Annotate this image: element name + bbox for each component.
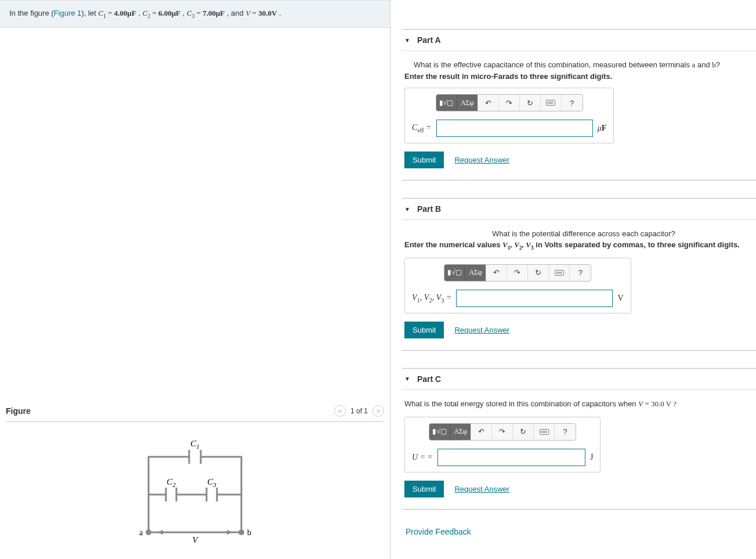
reset-button[interactable]: ↻ <box>513 423 534 441</box>
left-pane: In the figure (Figure 1), let C1 = 4.00μ… <box>0 0 390 559</box>
svg-point-10 <box>238 529 244 535</box>
part-b: ▼ Part B What is the potential differenc… <box>402 198 756 351</box>
part-a: ▼ Part A What is the effective capacitan… <box>402 29 756 181</box>
part-c-header[interactable]: ▼ Part C <box>402 369 756 390</box>
provide-feedback-link[interactable]: Provide Feedback <box>402 527 756 536</box>
redo-button[interactable]: ↷ <box>492 423 513 441</box>
part-a-label: Ceff = <box>412 123 432 134</box>
svg-marker-7 <box>157 530 163 535</box>
svg-point-9 <box>146 529 151 535</box>
circuit-diagram: C1 C2 C3 a b V <box>6 422 384 559</box>
figure-pager-text: 1 of 1 <box>350 407 368 415</box>
answer-toolbar: ▮√▢ ΑΣφ ↶ ↷ ↻ ? <box>436 94 583 111</box>
greek-tool-button[interactable]: ΑΣφ <box>457 94 478 111</box>
keyboard-button[interactable] <box>534 423 555 441</box>
right-pane: ▼ Part A What is the effective capacitan… <box>390 0 756 559</box>
svg-text:b: b <box>247 528 251 537</box>
part-a-answer-box: ▮√▢ ΑΣφ ↶ ↷ ↻ ? Ceff = μF <box>404 88 614 143</box>
part-c: ▼ Part C What is the total energy stored… <box>402 368 756 510</box>
part-a-submit-button[interactable]: Submit <box>404 152 444 168</box>
problem-prefix: In the figure ( <box>9 9 54 17</box>
part-c-title: Part C <box>417 374 441 384</box>
svg-text:a: a <box>139 528 143 537</box>
part-a-header[interactable]: ▼ Part A <box>402 30 756 51</box>
problem-statement: In the figure (Figure 1), let C1 = 4.00μ… <box>0 0 390 28</box>
redo-button[interactable]: ↷ <box>507 264 528 282</box>
greek-tool-button[interactable]: ΑΣφ <box>465 264 486 282</box>
part-c-question: What is the total energy stored in this … <box>404 399 754 409</box>
svg-text:V: V <box>192 535 198 544</box>
part-a-unit: μF <box>598 124 607 133</box>
keyboard-icon <box>555 270 564 276</box>
part-c-input[interactable] <box>437 449 585 466</box>
help-button[interactable]: ? <box>555 423 576 441</box>
answer-toolbar: ▮√▢ ΑΣφ ↶ ↷ ↻ ? <box>444 264 591 282</box>
part-c-answer-box: ▮√▢ ΑΣφ ↶ ↷ ↻ ? U = = J <box>404 417 601 473</box>
part-a-request-answer-link[interactable]: Request Answer <box>454 156 509 164</box>
template-tool-button[interactable]: ▮√▢ <box>436 94 457 111</box>
caret-down-icon: ▼ <box>404 376 410 382</box>
part-b-title: Part B <box>417 204 441 214</box>
part-b-label: V1, V2, V3 = <box>412 293 451 304</box>
undo-button[interactable]: ↶ <box>478 94 499 111</box>
part-b-input[interactable] <box>456 290 613 307</box>
undo-button[interactable]: ↶ <box>486 264 507 282</box>
svg-marker-8 <box>227 530 233 535</box>
part-a-instruction: Enter the result in micro-Farads to thre… <box>404 72 754 81</box>
part-c-submit-button[interactable]: Submit <box>404 481 444 497</box>
part-b-question: What is the potential difference across … <box>404 229 754 238</box>
keyboard-button[interactable] <box>541 94 562 111</box>
part-c-unit: J <box>590 453 593 462</box>
keyboard-icon <box>540 429 549 435</box>
part-a-title: Part A <box>417 35 441 45</box>
figure-title: Figure <box>6 406 31 416</box>
template-tool-button[interactable]: ▮√▢ <box>444 264 465 282</box>
part-a-question: What is the effective capacitance of thi… <box>404 60 754 70</box>
part-c-request-answer-link[interactable]: Request Answer <box>454 485 509 493</box>
part-b-answer-box: ▮√▢ ΑΣφ ↶ ↷ ↻ ? V1, V2, V3 = V <box>404 258 631 313</box>
part-b-instruction: Enter the numerical values V1, V2, V3 in… <box>404 240 754 251</box>
answer-toolbar: ▮√▢ ΑΣφ ↶ ↷ ↻ ? <box>429 423 576 441</box>
redo-button[interactable]: ↷ <box>499 94 520 111</box>
template-tool-button[interactable]: ▮√▢ <box>429 423 450 441</box>
svg-text:C2: C2 <box>167 477 176 488</box>
undo-button[interactable]: ↶ <box>471 423 492 441</box>
part-b-header[interactable]: ▼ Part B <box>402 199 756 220</box>
figure-prev-button[interactable]: < <box>334 405 346 417</box>
part-b-request-answer-link[interactable]: Request Answer <box>454 326 509 334</box>
part-b-unit: V <box>617 294 623 303</box>
part-b-submit-button[interactable]: Submit <box>404 322 444 338</box>
figure-pager: < 1 of 1 > <box>334 405 384 417</box>
part-c-label: U = = <box>412 453 433 462</box>
figure-next-button[interactable]: > <box>372 405 384 417</box>
keyboard-button[interactable] <box>549 264 570 282</box>
figure-link[interactable]: Figure 1 <box>54 9 82 17</box>
help-button[interactable]: ? <box>570 264 591 282</box>
help-button[interactable]: ? <box>562 94 583 111</box>
svg-text:C1: C1 <box>190 439 200 450</box>
reset-button[interactable]: ↻ <box>528 264 549 282</box>
figure-section: Figure < 1 of 1 > <box>0 405 390 559</box>
caret-down-icon: ▼ <box>404 206 410 212</box>
keyboard-icon <box>546 100 555 106</box>
reset-button[interactable]: ↻ <box>520 94 541 111</box>
greek-tool-button[interactable]: ΑΣφ <box>450 423 471 441</box>
part-a-input[interactable] <box>436 120 593 137</box>
caret-down-icon: ▼ <box>404 37 410 44</box>
svg-text:C3: C3 <box>207 477 216 488</box>
